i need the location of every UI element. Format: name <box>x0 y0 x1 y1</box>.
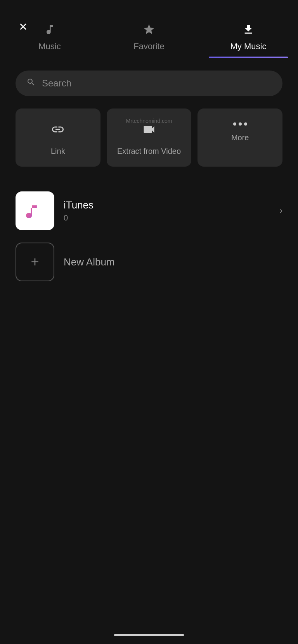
dot2 <box>239 122 242 126</box>
more-button[interactable]: More <box>198 108 282 167</box>
extract-video-label: Extract from Video <box>117 147 181 156</box>
itunes-icon-container <box>16 191 54 230</box>
star-icon <box>143 23 155 38</box>
itunes-count: 0 <box>64 214 270 222</box>
tab-my-music-label: My Music <box>230 41 267 52</box>
itunes-item[interactable]: iTunes 0 › <box>16 185 282 236</box>
plus-icon: + <box>31 254 39 270</box>
tab-music-label: Music <box>38 41 61 52</box>
link-icon <box>51 122 65 139</box>
search-input[interactable] <box>42 78 272 89</box>
download-icon <box>242 23 255 38</box>
new-album-item[interactable]: + New Album <box>16 236 282 288</box>
tab-favorite-label: Favorite <box>133 41 164 52</box>
new-album-label: New Album <box>64 256 115 268</box>
music-icon <box>43 23 56 38</box>
dot3 <box>244 122 247 126</box>
tab-music[interactable]: Music <box>0 15 99 58</box>
tab-favorite[interactable]: Favorite <box>99 15 199 58</box>
dot1 <box>233 122 236 126</box>
extract-video-button[interactable]: Extract from Video <box>107 108 192 167</box>
chevron-right-icon: › <box>280 206 282 216</box>
library-list: iTunes 0 › + New Album <box>0 179 298 294</box>
link-label: Link <box>51 147 65 156</box>
search-section: Mrtechnomind.com <box>0 58 298 108</box>
action-buttons: Link Extract from Video More <box>0 108 298 179</box>
search-icon <box>26 77 36 89</box>
tab-my-music[interactable]: My Music <box>199 15 298 58</box>
itunes-logo <box>16 191 54 230</box>
new-album-icon: + <box>16 243 54 281</box>
search-bar[interactable] <box>16 71 282 96</box>
itunes-svg <box>21 197 49 224</box>
itunes-info: iTunes 0 <box>64 199 270 222</box>
more-icon <box>233 122 247 126</box>
itunes-title: iTunes <box>64 199 270 211</box>
link-button[interactable]: Link <box>16 108 100 167</box>
tab-bar: Music Favorite My Music <box>0 0 298 58</box>
more-label: More <box>231 133 249 142</box>
video-icon <box>142 122 156 139</box>
home-indicator <box>114 634 184 636</box>
